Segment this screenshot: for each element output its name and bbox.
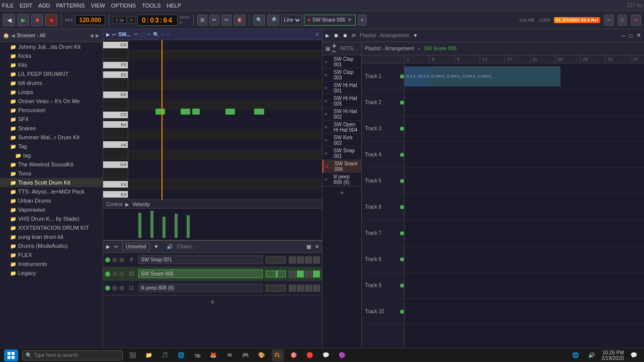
taskbar-chrome[interactable]: 🔴 [304,349,316,361]
ch-pad-1b[interactable] [297,270,304,278]
instrument-dropdown-icon[interactable]: ▼ [347,17,352,23]
sidebar-item-25[interactable]: 📁 Legacy [0,268,103,278]
cut-button[interactable]: ✂ [221,15,231,26]
record-button[interactable]: ● [45,14,57,26]
minimize-button[interactable]: ─ [604,15,614,26]
taskbar-store[interactable]: 🛍 [191,349,203,361]
sidebar-item-10[interactable]: 📁 Summer Wal...r Drum Kit [0,133,103,142]
ch-led-2[interactable] [105,286,110,291]
ch-name-2[interactable]: lil peep 808 (6) [138,284,263,292]
menu-patterns[interactable]: PATTERNS [56,3,85,9]
menu-help[interactable]: HELP [167,3,181,9]
sidebar-item-7[interactable]: 📁 Percussion [0,106,103,115]
ch-fader-1[interactable] [266,270,286,278]
ch-pad-1a[interactable] [289,270,296,278]
pr-undo-icon[interactable]: ↩ [112,32,116,37]
taskbar-mail[interactable]: ✉ [223,349,235,361]
back-icon[interactable]: ◀ [11,33,15,38]
key-e5[interactable]: E5 [103,71,128,78]
key-a4[interactable]: A4 [103,141,128,148]
instrument-row-0[interactable]: ≡ SW Clap 001 [323,55,361,68]
key-f5[interactable]: F5 [103,62,128,69]
close-button[interactable]: ✕ [631,15,641,26]
ch-pad-0d[interactable] [313,256,320,263]
rp-max[interactable]: □ [629,33,632,39]
taskbar-search[interactable]: 🔍 Type here to search [22,350,123,360]
instrument-row-6[interactable]: ≡ SW Kick 002 [323,134,361,147]
zoom-in-button[interactable]: 🔍 [253,15,265,26]
key-g4[interactable]: G4 [103,161,128,168]
sidebar-item-9[interactable]: 📁 Snares [0,124,103,133]
ch-pad-2b[interactable] [297,285,304,292]
taskbar-edge[interactable]: 🌐 [175,349,187,361]
sidebar-item-23[interactable]: 📁 FLEX [0,250,103,259]
ch-led-0b[interactable] [112,257,117,262]
home-icon[interactable]: 🏠 [3,33,9,38]
prev-pattern-button[interactable]: ◀ [3,14,15,26]
menu-view[interactable]: VIEW [91,3,105,9]
taskbar-extra[interactable]: 🟣 [336,349,348,361]
key-d5[interactable]: D5 [103,92,128,99]
ch-led-2b[interactable] [112,286,117,291]
menu-file[interactable]: FILE [2,3,14,9]
instrument-row-3[interactable]: ≡ SW Hi Hat 005 [323,95,361,108]
taskbar-notifications[interactable]: 💬 [628,349,640,361]
taskbar-art[interactable]: 🎨 [256,349,268,361]
sidebar-item-2[interactable]: 📁 Kits [0,60,103,69]
taskbar-game[interactable]: 🎮 [239,349,252,361]
rp-stop-icon[interactable]: ⏹ [334,33,339,38]
note-1[interactable] [155,109,165,115]
note-4[interactable] [225,109,235,115]
instrument-row-1[interactable]: ≡ SW Clap 003 [323,68,361,81]
instrument-row-7[interactable]: ≡ SW Snap 001 [323,147,361,160]
snap-select[interactable]: Line [281,15,302,26]
pr-cut-icon[interactable]: ✂ [147,32,151,37]
pr-close-icon[interactable]: ✕ [315,32,319,37]
sidebar-item-1[interactable]: 📁 Kicks [0,51,103,60]
sidebar-item-24[interactable]: 📁 Instruments [0,259,103,268]
sidebar-item-8[interactable]: 📁 SFX [0,115,103,124]
vel-bar-4[interactable] [175,214,178,238]
sidebar-item-19[interactable]: 📁 VHS Drum K... by Slade) [0,214,103,223]
key-c5[interactable]: C5 [103,112,128,119]
note-5[interactable] [254,109,264,115]
ch-sort-dropdown[interactable]: ▼ [154,244,159,249]
ch-fader-2[interactable] [266,285,286,292]
sidebar-item-4[interactable]: 📁 lofi drums [0,78,103,87]
note-2[interactable] [181,109,190,115]
ch-name-0[interactable]: SW Snap 001 [138,255,263,264]
rp-min[interactable]: ─ [621,33,625,39]
taskbar-sound[interactable]: 🔊 [586,349,598,361]
stop-button[interactable]: ■ [31,14,43,26]
sidebar-item-11[interactable]: 📁 Tag [0,142,103,151]
ch-led-1[interactable] [105,272,110,277]
ch-pad-2d[interactable] [313,285,320,292]
ch-led-1c[interactable] [119,272,124,277]
taskbar-file-explorer[interactable]: 📁 [143,349,155,361]
add-instrument-button[interactable]: + [358,15,367,26]
channel-rack-sort[interactable]: Unsorted [122,243,150,250]
sidebar-item-21[interactable]: 📁 yung lean drum kit [0,232,103,241]
pr-maximize-icon[interactable]: □ [167,32,170,37]
taskbar-steam[interactable]: 🎯 [288,349,300,361]
sidebar-item-0[interactable]: 📁 Johnny Juli...sts Drum Kit [0,42,103,51]
mute-button[interactable]: 🔇 [233,15,246,26]
ch-play-icon[interactable]: ▶ [106,244,110,249]
ch-pad-0c[interactable] [305,256,312,263]
taskbar-network[interactable]: 🌐 [570,349,582,361]
ch-led-0c[interactable] [119,257,124,262]
bpm-display[interactable]: 120.000 [75,15,105,25]
ch-pad-2a[interactable] [289,285,296,292]
pr-select-icon[interactable]: ⬚ [140,32,145,37]
vel-bar-3[interactable] [163,217,166,238]
ch-audio-icon[interactable]: 🔊 [167,244,173,249]
maximize-button[interactable]: □ [618,15,627,26]
vel-bar-1[interactable] [138,213,141,238]
sidebar-item-18[interactable]: 📁 Vaporwave [0,205,103,214]
add-instrument-button[interactable]: + [323,186,361,199]
ch-fader-0[interactable] [266,256,286,263]
add-channel-button[interactable]: + [103,295,322,308]
instrument-row-5[interactable]: ≡ SW Open Hi Hat 004 [323,121,361,134]
menu-tools[interactable]: TOOLS [142,3,160,9]
pr-minimize-icon[interactable]: ─ [161,32,165,37]
